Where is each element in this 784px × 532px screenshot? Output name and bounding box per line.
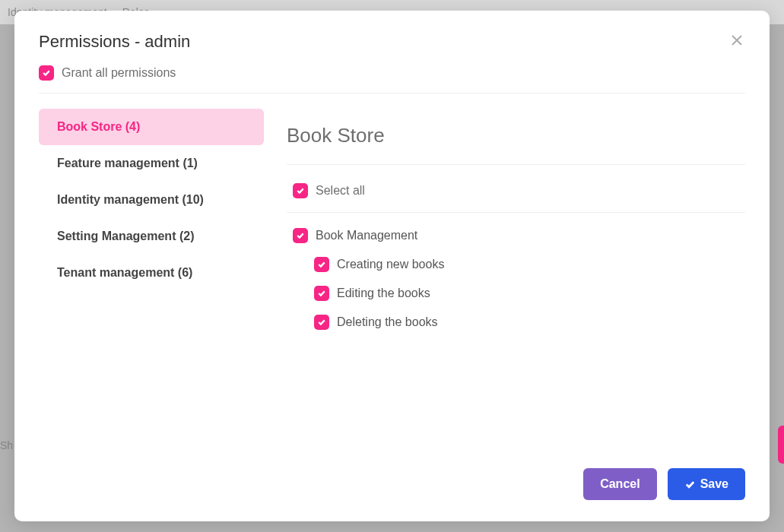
- panel-title: Book Store: [287, 124, 745, 147]
- select-all-row: Select all: [287, 169, 745, 212]
- permission-child-row: Creating new books: [314, 257, 739, 272]
- tab-feature-management[interactable]: Feature management (1): [39, 145, 264, 182]
- tab-setting-management[interactable]: Setting Management (2): [39, 218, 264, 255]
- modal-header: Permissions - admin: [39, 32, 745, 52]
- tabs-sidebar: Book Store (4) Feature management (1) Id…: [39, 109, 264, 468]
- grant-all-checkbox[interactable]: [39, 65, 54, 81]
- modal-title: Permissions - admin: [39, 32, 190, 52]
- permission-child-row: Editing the books: [314, 286, 739, 301]
- perm-book-management-label: Book Management: [316, 229, 417, 242]
- grant-all-row: Grant all permissions: [39, 65, 745, 81]
- permission-children: Creating new books Editing the books: [293, 257, 739, 330]
- perm-create-label: Creating new books: [337, 258, 444, 271]
- bg-bottom-text: Sh: [0, 439, 13, 451]
- tab-book-store[interactable]: Book Store (4): [39, 109, 264, 145]
- permissions-panel: Book Store Select all: [287, 109, 745, 468]
- panel-divider-2: [287, 212, 745, 213]
- panel-divider-1: [287, 164, 745, 165]
- save-label: Save: [700, 477, 728, 491]
- tab-tenant-management[interactable]: Tenant management (6): [39, 255, 264, 291]
- permission-parent-row: Book Management: [293, 228, 739, 243]
- bg-accent-sliver: [778, 426, 784, 464]
- check-icon: [42, 68, 51, 78]
- permission-child-row: Deleting the books: [314, 315, 739, 330]
- select-all-label: Select all: [316, 184, 365, 198]
- perm-edit-checkbox[interactable]: [314, 286, 329, 301]
- check-icon: [317, 318, 326, 327]
- perm-delete-checkbox[interactable]: [314, 315, 329, 330]
- modal-footer: Cancel Save: [39, 468, 745, 500]
- perm-book-management-checkbox[interactable]: [293, 228, 308, 243]
- check-icon: [296, 231, 305, 240]
- permission-group: Book Management Creating new books: [287, 217, 745, 330]
- save-button[interactable]: Save: [668, 468, 745, 500]
- perm-delete-label: Deleting the books: [337, 315, 438, 329]
- perm-create-checkbox[interactable]: [314, 257, 329, 272]
- top-divider: [39, 93, 745, 93]
- permissions-modal: Permissions - admin Grant all permission…: [14, 11, 770, 521]
- cancel-label: Cancel: [600, 477, 640, 491]
- check-icon: [317, 289, 326, 298]
- cancel-button[interactable]: Cancel: [583, 468, 656, 500]
- check-icon: [317, 260, 326, 269]
- close-icon: [730, 33, 744, 47]
- close-button[interactable]: [728, 32, 745, 51]
- check-icon: [684, 479, 696, 490]
- select-all-checkbox[interactable]: [293, 183, 308, 198]
- perm-edit-label: Editing the books: [337, 287, 430, 300]
- check-icon: [296, 186, 305, 195]
- grant-all-label: Grant all permissions: [62, 66, 176, 80]
- content: Book Store (4) Feature management (1) Id…: [39, 109, 745, 468]
- tab-identity-management[interactable]: Identity management (10): [39, 182, 264, 218]
